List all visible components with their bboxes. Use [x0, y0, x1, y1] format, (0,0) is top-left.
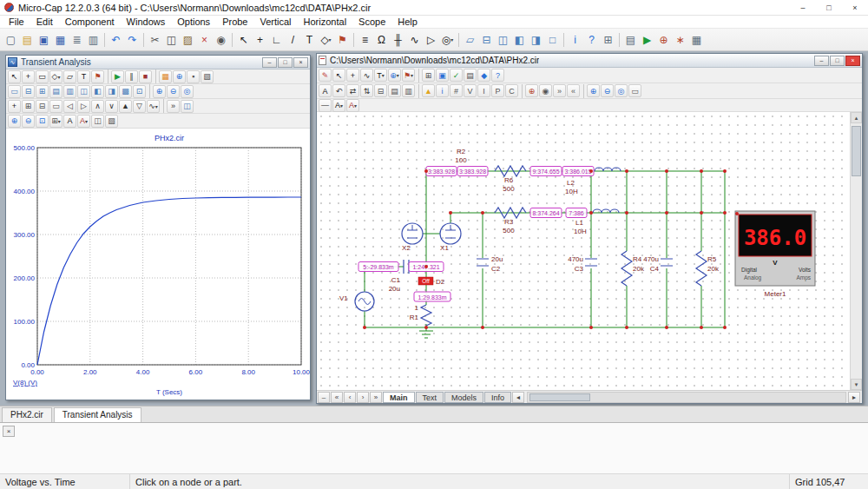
axes-settings-icon[interactable]: ⊡ — [133, 85, 146, 98]
info-icon[interactable]: i — [436, 84, 449, 97]
cut-icon[interactable]: ✂ — [147, 31, 163, 48]
node-voltages-icon[interactable]: V — [464, 84, 477, 97]
component-x1[interactable]: X1 — [440, 223, 461, 252]
new-file-icon[interactable]: ▢ — [3, 31, 19, 48]
color-icon[interactable]: ▣ — [436, 69, 449, 82]
split-window-icon[interactable]: ◨ — [528, 31, 544, 48]
pane-split-horizontal-icon[interactable]: ◫ — [77, 85, 90, 98]
first-page-button[interactable]: « — [331, 392, 343, 403]
pan-icon[interactable]: + — [22, 70, 35, 83]
component-x2[interactable]: X2 — [402, 223, 423, 252]
probe-icon[interactable]: ⊕ — [655, 31, 672, 48]
calculator-icon[interactable]: ⊞ — [600, 31, 616, 48]
vertical-scroll-track[interactable] — [851, 123, 862, 379]
scroll-right-icon[interactable]: ▸ — [848, 392, 860, 403]
cross-probe-icon[interactable]: ⊕ — [525, 84, 538, 97]
print-preview-icon[interactable]: ▥ — [85, 31, 102, 48]
high-icon[interactable]: ▲ — [119, 100, 132, 113]
add-waveform-icon[interactable]: ▤ — [49, 85, 62, 98]
overlay-plots-icon[interactable]: ◨ — [105, 85, 118, 98]
menu-help[interactable]: Help — [391, 16, 424, 29]
print-icon[interactable]: ≣ — [69, 31, 85, 48]
diode-part-icon[interactable]: ▷ — [423, 31, 439, 48]
menu-vertical[interactable]: Vertical — [253, 16, 297, 29]
menu-scope[interactable]: Scope — [352, 16, 391, 29]
analysis-limits-icon[interactable]: ▤ — [622, 31, 639, 48]
component-r6[interactable]: R6 500 — [495, 166, 526, 193]
menu-component[interactable]: Component — [59, 16, 121, 29]
last-page-button[interactable]: » — [370, 392, 382, 403]
go-left-icon[interactable]: ◁ — [63, 100, 76, 113]
zoom-fit-icon[interactable]: ◎ — [615, 84, 628, 97]
select-mode-icon[interactable]: ↖ — [235, 31, 252, 48]
page-view-icon[interactable]: ▭ — [628, 84, 641, 97]
wire-tool-icon[interactable]: ∿ — [360, 69, 373, 82]
menu-file[interactable]: File — [3, 16, 30, 29]
vertical-tag-icon[interactable]: ⊟ — [36, 100, 49, 113]
capacitor-part-icon[interactable]: ╫ — [390, 31, 406, 48]
horizontal-scroll-thumb[interactable] — [529, 393, 590, 401]
zoom-out-icon[interactable]: ⊖ — [601, 84, 614, 97]
pane-split-vertical-icon[interactable]: ◧ — [91, 85, 104, 98]
wire-style-icon[interactable]: — — [319, 99, 332, 112]
zoom-tool-icon[interactable]: ⊕▾ — [388, 69, 401, 82]
run-icon[interactable]: ▶ — [111, 70, 124, 83]
diagonal-wire-icon[interactable]: / — [285, 31, 301, 48]
go-right-icon[interactable]: ▷ — [77, 100, 90, 113]
animate-icon[interactable]: ∗ — [672, 31, 688, 48]
flag-mode-icon[interactable]: ⚑ — [334, 31, 351, 48]
component-meter1[interactable]: 386.0 V Digital Analog Volts Amps Meter1 — [735, 211, 815, 298]
schematic-canvas[interactable]: V1 C1 20u 1 R1 — [317, 112, 850, 390]
text-tool-icon[interactable]: T▾ — [374, 69, 387, 82]
sheet-tab-models[interactable]: Models — [444, 392, 483, 403]
component-d2[interactable]: Off D2 — [418, 277, 445, 286]
save-icon[interactable]: ▣ — [36, 31, 52, 48]
scroll-left-icon[interactable]: ◂ — [512, 392, 524, 403]
pause-icon[interactable]: ∥ — [125, 70, 138, 83]
inflection-icon[interactable]: ∿▾ — [147, 100, 160, 113]
doc-tab-phx2-cir[interactable]: PHx2.cir — [2, 407, 52, 422]
help-mode-icon[interactable]: ? — [491, 69, 504, 82]
font-color-icon[interactable]: A▾ — [77, 115, 90, 128]
scope-settings-icon[interactable]: ▦ — [159, 70, 172, 83]
prev-page-button[interactable]: ‹ — [344, 392, 356, 403]
component-c3[interactable]: 470u C3 — [568, 255, 597, 273]
cursor-crosshair-icon[interactable]: + — [8, 100, 21, 113]
inductor-part-icon[interactable]: ∿ — [406, 31, 423, 48]
ground-part-icon[interactable]: ≡ — [357, 31, 373, 48]
component-mode-icon[interactable]: + — [252, 31, 268, 48]
find-part-icon[interactable]: ◉ — [539, 84, 552, 97]
menu-windows[interactable]: Windows — [121, 16, 172, 29]
current-display-icon[interactable]: I — [477, 84, 490, 97]
redo-icon[interactable]: ↷ — [124, 31, 141, 48]
grid-toggle-icon[interactable]: ⊞▾ — [49, 115, 62, 128]
component-c2[interactable]: 20u C2 — [477, 255, 503, 273]
component-info-icon[interactable]: i — [567, 31, 583, 48]
close-button[interactable]: × — [842, 0, 868, 15]
separate-plots-icon[interactable]: ▩ — [119, 85, 132, 98]
component-r5[interactable]: R5 20k — [696, 251, 720, 286]
sheet-tab-text[interactable]: Text — [416, 392, 444, 403]
align-left-icon[interactable]: ▤ — [388, 84, 401, 97]
menu-horizontal[interactable]: Horizontal — [298, 16, 353, 29]
delete-icon[interactable]: × — [196, 31, 213, 48]
font-icon[interactable]: A — [63, 115, 76, 128]
schematic-vertical-scrollbar[interactable]: ▴ ▾ — [850, 112, 862, 390]
font-face-icon[interactable]: A▾ — [332, 99, 345, 112]
schematic-horizontal-scrollbar[interactable] — [527, 392, 846, 403]
transient-title-bar[interactable]: ∿ Transient Analysis –□× — [6, 56, 310, 69]
splitter-handle[interactable]: – — [318, 392, 330, 403]
data-points-icon[interactable]: ▪ — [187, 70, 200, 83]
pane-close-button[interactable]: × — [3, 426, 15, 437]
next-waveform-icon[interactable]: » — [167, 100, 180, 113]
edit-tool-icon[interactable]: ✎ — [319, 69, 332, 82]
resistor-part-icon[interactable]: Ω — [373, 31, 390, 48]
wire-mode-icon[interactable]: ∟ — [268, 31, 285, 48]
zoom-in-icon[interactable]: ⊕ — [153, 85, 166, 98]
stop-icon[interactable]: ■ — [139, 70, 152, 83]
open-file-icon[interactable]: ▤ — [19, 31, 36, 48]
zoom-out-icon[interactable]: ⊖ — [167, 85, 180, 98]
series-label[interactable]: V(8) (V) — [13, 379, 37, 387]
flip-horizontal-icon[interactable]: ⇄ — [346, 84, 359, 97]
warning-icon[interactable]: ▲ — [422, 84, 435, 97]
